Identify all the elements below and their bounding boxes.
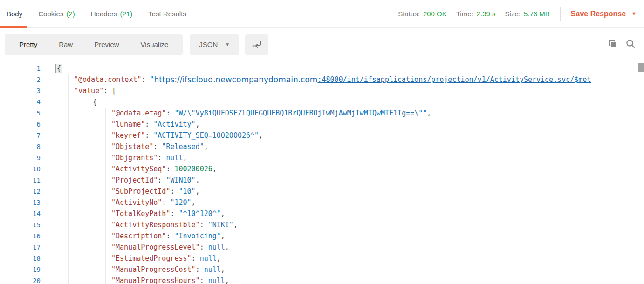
indent-guide — [93, 242, 111, 253]
indent-guide — [55, 130, 74, 141]
code-token: : — [158, 152, 166, 163]
indent-guide — [93, 264, 111, 275]
indent-guide — [93, 219, 111, 230]
code-line-content: "ManualProgressLevel": null, — [51, 242, 229, 253]
response-tabs: Body Cookies (2) Headers (21) Test Resul… — [7, 0, 202, 27]
code-token: "ActivityResponsible" — [111, 219, 200, 230]
code-token: "ManualProgressHours" — [111, 275, 200, 284]
code-token: , — [196, 186, 200, 197]
view-tab-pretty[interactable]: Pretty — [8, 34, 48, 55]
view-tab-raw[interactable]: Raw — [48, 34, 83, 55]
save-response-button[interactable]: Save Response ▼ — [571, 10, 637, 18]
vertical-scrollbar[interactable] — [637, 61, 644, 284]
indent-guide — [55, 230, 74, 242]
code-token: : — [200, 275, 208, 284]
response-panel: Body Cookies (2) Headers (21) Test Resul… — [0, 0, 644, 284]
code-token: 100200026 — [174, 163, 212, 175]
tab-headers[interactable]: Headers (21) — [91, 10, 132, 18]
code-line: 3"value": [ — [0, 85, 644, 96]
search-response-button[interactable] — [624, 39, 637, 51]
line-number: 7 — [0, 130, 51, 141]
language-dropdown[interactable]: JSON ▼ — [190, 34, 239, 55]
tab-body-label: Body — [7, 10, 22, 18]
headers-count-badge: (21) — [120, 10, 132, 18]
view-tab-preview[interactable]: Preview — [83, 34, 130, 55]
indent-guide — [74, 175, 93, 186]
indent-guide — [74, 141, 93, 152]
code-token: : — [142, 74, 150, 85]
code-token: , — [259, 130, 263, 141]
indent-guide — [55, 108, 74, 119]
code-line: 14"TotalKeyPath": "^10^120^", — [0, 208, 644, 219]
chevron-down-icon: ▼ — [631, 11, 637, 16]
search-icon — [625, 38, 636, 51]
chevron-down-icon: ▼ — [225, 42, 230, 47]
code-line: 16"Description": "Invoicing", — [0, 230, 644, 242]
indent-guide — [55, 264, 74, 275]
indent-guide — [74, 130, 93, 141]
indent-guide — [74, 197, 93, 208]
code-line-content: "EstimatedProgress": null, — [51, 253, 221, 264]
line-number: 5 — [0, 108, 51, 119]
code-token: "ProjectId" — [111, 175, 158, 186]
code-token: : — [200, 242, 208, 253]
indent-guide — [55, 253, 74, 264]
code-token: : — [196, 264, 204, 275]
code-line: 5"@odata.etag": "W/\"Vy8iQUFDSEZlQUFGQUF… — [0, 108, 644, 119]
view-tab-visualize[interactable]: Visualize — [130, 34, 179, 55]
code-token: , — [217, 253, 221, 264]
code-token: , — [233, 219, 238, 230]
code-line-content: "Objstate": "Released", — [51, 141, 208, 152]
indent-guide — [93, 141, 111, 152]
code-line: 4{ — [0, 96, 644, 108]
code-line: 20"ManualProgressHours": null, — [0, 275, 644, 284]
indent-guide — [55, 186, 74, 197]
code-line: 13"ActivityNo": "120", — [0, 197, 644, 208]
tab-test-results[interactable]: Test Results — [148, 10, 186, 18]
indent-guide — [55, 197, 74, 208]
odata-context-link[interactable]: https://ifscloud.newcompanydomain.com — [154, 74, 318, 85]
indent-guide — [74, 230, 93, 242]
code-token: "keyref" — [111, 130, 145, 141]
code-token: " — [174, 108, 178, 119]
code-token: "Activity" — [153, 119, 195, 130]
response-body-editor[interactable]: 1{2"@odata.context": "https://ifscloud.n… — [0, 61, 644, 284]
indent-guide — [55, 219, 74, 230]
code-token: "Invoicing" — [174, 230, 220, 242]
scrollbar-thumb[interactable] — [638, 63, 644, 72]
code-line-content: "ProjectId": "WIN10", — [51, 175, 200, 186]
cookies-count-badge: (2) — [66, 10, 75, 18]
code-token: null — [204, 264, 221, 275]
code-token: null — [166, 152, 183, 163]
code-token: : — [166, 108, 174, 119]
line-number: 8 — [0, 141, 51, 152]
code-token: "ACTIVITY_SEQ=100200026^" — [153, 130, 259, 141]
response-tab-bar: Body Cookies (2) Headers (21) Test Resul… — [0, 0, 644, 28]
code-token: "NIKI" — [208, 219, 233, 230]
code-line: 11"ProjectId": "WIN10", — [0, 175, 644, 186]
line-number: 17 — [0, 242, 51, 253]
copy-response-button[interactable] — [606, 39, 618, 51]
size-badge: Size: 5.76 MB — [505, 10, 550, 18]
code-line: 8"Objstate": "Released", — [0, 141, 644, 152]
code-token: : — [200, 219, 208, 230]
tab-body[interactable]: Body — [7, 10, 22, 18]
code-line-content: "value": [ — [51, 85, 116, 96]
tab-cookies[interactable]: Cookies (2) — [38, 10, 75, 18]
indent-guide — [93, 152, 111, 163]
code-token: , — [225, 242, 229, 253]
indent-guide — [55, 141, 74, 152]
code-token: : [ — [103, 85, 116, 96]
code-token: "TotalKeyPath" — [111, 208, 170, 219]
wrap-lines-button[interactable] — [245, 34, 268, 55]
indent-guide — [93, 208, 111, 219]
indent-guide — [93, 253, 111, 264]
line-number: 9 — [0, 152, 51, 163]
line-number: 10 — [0, 163, 51, 175]
save-response-label: Save Response — [571, 10, 626, 18]
indent-guide — [93, 130, 111, 141]
code-line-content: { — [51, 96, 97, 108]
code-token: "@odata.etag" — [111, 108, 166, 119]
odata-context-link[interactable]: :48080/int/ifsapplications/projection/v1… — [317, 74, 591, 85]
line-number: 2 — [0, 74, 51, 85]
